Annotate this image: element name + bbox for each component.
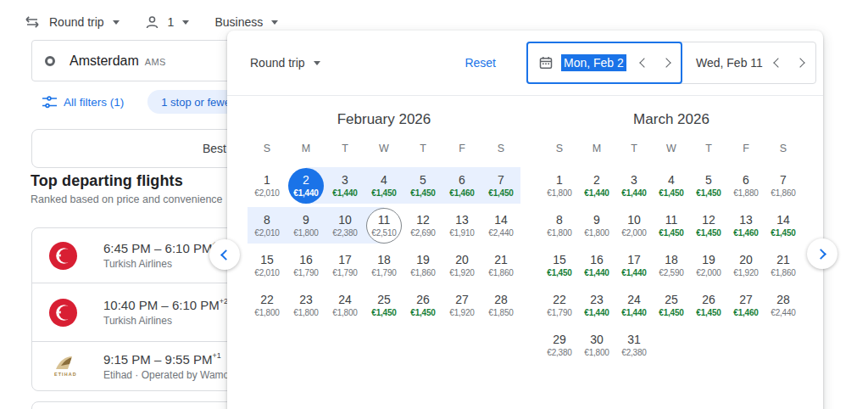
etihad-logo: ETIHAD	[47, 354, 79, 379]
calendar-day[interactable]: 17€1,790	[326, 245, 364, 285]
departure-date-field[interactable]: Mon, Feb 2	[526, 42, 682, 84]
calendar-day[interactable]: 3€1,440	[615, 165, 653, 205]
calendar-day[interactable]: 26€1,450	[690, 285, 727, 325]
caret-down-icon	[182, 20, 189, 25]
calendar-day[interactable]: 15€1,450	[541, 245, 578, 285]
weekday-label: T	[403, 143, 442, 154]
calendar-day[interactable]: 30€1,800	[578, 325, 615, 365]
calendar-day[interactable]: 16€1,440	[578, 245, 615, 285]
calendar-day[interactable]: 7€1,860	[765, 165, 802, 205]
weekday-label: S	[248, 143, 287, 154]
all-filters-button[interactable]: All filters (1)	[42, 96, 124, 109]
calendar-day[interactable]: 21€1,860	[765, 245, 802, 285]
calendar-day[interactable]: 12€2,690	[403, 205, 442, 245]
weekday-label: W	[364, 143, 403, 154]
calendar-day[interactable]: 13€1,460	[727, 205, 765, 245]
passengers-count: 1	[168, 15, 175, 29]
calendar-day[interactable]: 7€1,450	[481, 165, 520, 205]
results-subtitle: Ranked based on price and convenience	[31, 193, 240, 205]
weekday-label: M	[287, 143, 326, 154]
calendar-day[interactable]: 9€1,800	[578, 205, 615, 245]
all-filters-label: All filters (1)	[64, 96, 124, 109]
calendar-day[interactable]: 14€1,450	[765, 205, 802, 245]
calendar-day[interactable]: 5€1,450	[403, 165, 442, 205]
calendar-day[interactable]: 20€1,920	[727, 245, 765, 285]
calendar-day[interactable]: 10€2,380	[326, 205, 364, 245]
calendar-day[interactable]: 6€1,880	[727, 165, 765, 205]
calendar-day[interactable]: 21€1,860	[481, 245, 520, 285]
calendar-day[interactable]: 18€2,590	[653, 245, 690, 285]
calendar-day[interactable]: 24€1,440	[615, 285, 653, 325]
calendar-day[interactable]: 22€1,800	[248, 285, 287, 325]
calendar-day[interactable]: 19€2,000	[690, 245, 727, 285]
date-range-input: Mon, Feb 2 Wed, Feb 11	[526, 42, 816, 84]
weekday-label: T	[615, 143, 653, 154]
return-next-day-button[interactable]	[795, 58, 804, 67]
calendar-day[interactable]: 22€1,790	[541, 285, 578, 325]
person-icon	[145, 15, 159, 30]
calendar-day[interactable]: 23€1,440	[578, 285, 615, 325]
calendar-day[interactable]: 19€1,860	[403, 245, 442, 285]
page-title: Top departing flights	[31, 172, 183, 190]
calendar-day[interactable]: 24€1,800	[326, 285, 364, 325]
calendar-day[interactable]: 27€1,460	[727, 285, 765, 325]
tab-best[interactable]: Best	[203, 130, 226, 168]
calendar-day[interactable]: 14€2,440	[481, 205, 520, 245]
calendar-month: March 2026SMTWTFS1€1,8002€1,4403€1,4404€…	[541, 108, 802, 365]
reset-button[interactable]: Reset	[465, 56, 496, 70]
calendar-day[interactable]: 13€1,910	[442, 205, 481, 245]
weekday-header: SMTWTFS	[248, 132, 520, 165]
datepicker-trip-type-label: Round trip	[250, 56, 305, 70]
calendar-day[interactable]: 6€1,460	[442, 165, 481, 205]
flight-times: 10:40 PM – 6:10 PM+2	[103, 298, 228, 312]
prev-months-button[interactable]	[209, 239, 240, 270]
filters-bar: All filters (1) 1 stop or fewer	[42, 88, 248, 115]
calendar-day[interactable]: 3€1,440	[326, 165, 364, 205]
weekday-label: F	[727, 143, 765, 154]
calendar-day[interactable]: 12€1,450	[690, 205, 727, 245]
calendar-day[interactable]: 1€1,800	[541, 165, 578, 205]
calendar-day[interactable]: 2€1,440	[578, 165, 615, 205]
calendar-day[interactable]: 8€2,010	[248, 205, 287, 245]
arrival-day-offset: +1	[212, 351, 220, 360]
return-prev-day-button[interactable]	[773, 58, 782, 67]
calendar-day[interactable]: 29€2,380	[541, 325, 578, 365]
calendar-day[interactable]: 9€1,800	[287, 205, 326, 245]
calendar-day[interactable]: 10€2,000	[615, 205, 653, 245]
cabin-class-dropdown[interactable]: Business	[214, 15, 278, 29]
calendar-day[interactable]: 31€2,380	[615, 325, 653, 365]
passengers-dropdown[interactable]: 1	[145, 15, 190, 30]
calendar-day[interactable]: 20€1,920	[442, 245, 481, 285]
calendar-day[interactable]: 16€1,790	[287, 245, 326, 285]
departure-prev-day-button[interactable]	[639, 58, 648, 67]
weekday-label: M	[578, 143, 615, 154]
calendar-day[interactable]: 15€2,010	[248, 245, 287, 285]
swap-horizontal-icon	[24, 15, 41, 29]
calendar-day[interactable]: 5€1,450	[690, 165, 727, 205]
calendar-day[interactable]: 2€1,440	[287, 165, 326, 205]
calendar-day[interactable]: 23€1,800	[287, 285, 326, 325]
calendar-day[interactable]: 25€1,450	[653, 285, 690, 325]
calendar-day[interactable]: 27€1,920	[442, 285, 481, 325]
calendar-day[interactable]: 8€1,800	[541, 205, 578, 245]
calendar-day[interactable]: 26€1,450	[403, 285, 442, 325]
calendar-day[interactable]: 28€2,440	[765, 285, 802, 325]
calendar-day[interactable]: 4€1,450	[364, 165, 403, 205]
next-months-button[interactable]	[807, 238, 837, 269]
calendar-day[interactable]: 25€1,450	[364, 285, 403, 325]
return-date-field[interactable]: Wed, Feb 11	[683, 42, 815, 83]
calendar-day[interactable]: 18€1,790	[364, 245, 403, 285]
calendar-day[interactable]: 4€1,450	[653, 165, 690, 205]
calendar-day[interactable]: 11€1,450	[653, 205, 690, 245]
calendar-day[interactable]: 17€1,440	[615, 245, 653, 285]
flight-airline: Turkish Airlines	[103, 258, 221, 270]
results-subtitle-text: Ranked based on price and convenience	[31, 193, 223, 205]
svg-text:ETIHAD: ETIHAD	[54, 372, 77, 377]
trip-type-dropdown[interactable]: Round trip	[24, 15, 120, 29]
calendar-day[interactable]: 11€2,510	[364, 205, 403, 245]
departure-next-day-button[interactable]	[661, 58, 670, 67]
datepicker-trip-type-dropdown[interactable]: Round trip	[250, 56, 320, 70]
calendar-day[interactable]: 28€1,850	[481, 285, 520, 325]
calendar-day[interactable]: 1€2,010	[248, 165, 287, 205]
chevron-left-icon	[220, 249, 231, 261]
